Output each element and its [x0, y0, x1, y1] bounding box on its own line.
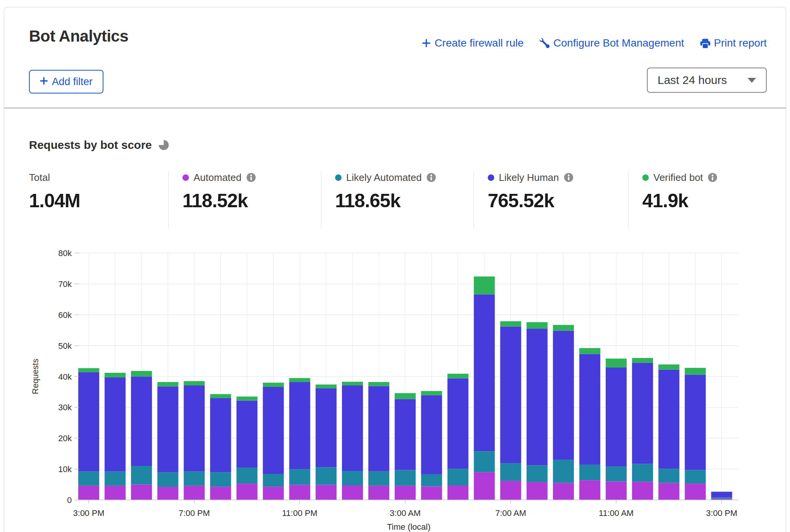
bar-segment-likely-human[interactable] — [395, 399, 416, 470]
bar-segment-likely-human[interactable] — [421, 395, 442, 474]
bar-segment-likely-automated[interactable] — [553, 460, 574, 483]
bar-segment-likely-human[interactable] — [289, 382, 310, 469]
bar-segment-likely-human[interactable] — [632, 363, 653, 464]
info-icon[interactable] — [426, 172, 436, 182]
bar-segment-verified-bot[interactable] — [579, 348, 600, 354]
bar-segment-likely-human[interactable] — [447, 378, 468, 469]
bar-segment-automated[interactable] — [210, 487, 231, 500]
bar-segment-likely-automated[interactable] — [447, 469, 468, 485]
bar-segment-verified-bot[interactable] — [237, 397, 258, 401]
bar-segment-verified-bot[interactable] — [157, 382, 178, 386]
bar-segment-likely-human[interactable] — [237, 401, 258, 468]
bar-segment-verified-bot[interactable] — [711, 492, 732, 492]
bar-segment-verified-bot[interactable] — [421, 391, 442, 395]
create-firewall-rule-link[interactable]: Create firewall rule — [422, 37, 524, 49]
bar-segment-automated[interactable] — [131, 485, 152, 500]
bar-segment-verified-bot[interactable] — [78, 368, 99, 372]
bar-segment-likely-human[interactable] — [316, 388, 337, 467]
bar-segment-automated[interactable] — [263, 487, 284, 500]
bar-segment-automated[interactable] — [527, 482, 548, 500]
bar-segment-likely-automated[interactable] — [579, 465, 600, 480]
bar-segment-automated[interactable] — [500, 481, 521, 500]
requests-by-bot-score-chart[interactable]: 010k20k30k40k50k60k70k80k3:00 PM7:00 PM1… — [0, 237, 790, 532]
bar-segment-likely-human[interactable] — [210, 398, 231, 472]
bar-segment-likely-automated[interactable] — [632, 464, 653, 482]
bar-segment-verified-bot[interactable] — [474, 276, 495, 294]
add-filter-button[interactable]: Add filter — [29, 70, 103, 94]
bar-segment-verified-bot[interactable] — [447, 374, 468, 378]
bar-segment-automated[interactable] — [157, 487, 178, 500]
bar-segment-likely-automated[interactable] — [685, 470, 706, 484]
bar-segment-likely-automated[interactable] — [474, 451, 495, 472]
bar-segment-likely-automated[interactable] — [606, 467, 627, 482]
bar-segment-automated[interactable] — [447, 485, 468, 500]
bar-segment-likely-human[interactable] — [131, 377, 152, 466]
bar-segment-automated[interactable] — [316, 485, 337, 500]
bar-segment-likely-automated[interactable] — [237, 468, 258, 484]
bar-segment-verified-bot[interactable] — [658, 364, 679, 370]
bar-segment-likely-human[interactable] — [579, 354, 600, 464]
bar-segment-likely-automated[interactable] — [78, 472, 99, 486]
bar-segment-automated[interactable] — [368, 486, 389, 500]
bar-segment-verified-bot[interactable] — [395, 393, 416, 399]
bar-segment-likely-automated[interactable] — [210, 472, 231, 487]
bar-segment-likely-human[interactable] — [184, 385, 205, 472]
bar-segment-likely-automated[interactable] — [342, 471, 363, 485]
bar-segment-likely-automated[interactable] — [395, 470, 416, 486]
bar-segment-automated[interactable] — [342, 485, 363, 500]
bar-segment-verified-bot[interactable] — [105, 373, 126, 377]
bar-segment-verified-bot[interactable] — [131, 371, 152, 377]
bar-segment-likely-human[interactable] — [685, 375, 706, 470]
bar-segment-likely-human[interactable] — [500, 326, 521, 463]
bar-segment-likely-automated[interactable] — [421, 474, 442, 487]
bar-segment-likely-human[interactable] — [474, 294, 495, 451]
bar-segment-automated[interactable] — [606, 481, 627, 500]
bar-segment-likely-automated[interactable] — [527, 465, 548, 482]
bar-segment-automated[interactable] — [78, 486, 99, 500]
bar-segment-likely-human[interactable] — [263, 387, 284, 474]
bar-segment-likely-human[interactable] — [157, 386, 178, 472]
bar-segment-likely-automated[interactable] — [316, 467, 337, 485]
bar-segment-likely-human[interactable] — [527, 329, 548, 465]
bar-segment-automated[interactable] — [421, 486, 442, 500]
bar-segment-verified-bot[interactable] — [368, 382, 389, 386]
bar-segment-likely-automated[interactable] — [289, 469, 310, 485]
bar-segment-likely-human[interactable] — [606, 368, 627, 467]
bar-segment-verified-bot[interactable] — [500, 321, 521, 327]
bar-segment-likely-human[interactable] — [658, 370, 679, 469]
bar-segment-verified-bot[interactable] — [316, 385, 337, 389]
bar-segment-likely-automated[interactable] — [711, 498, 732, 499]
bar-segment-verified-bot[interactable] — [289, 378, 310, 382]
bar-segment-likely-human[interactable] — [342, 385, 363, 471]
bar-segment-likely-automated[interactable] — [105, 472, 126, 486]
bar-segment-likely-automated[interactable] — [658, 469, 679, 483]
bar-segment-automated[interactable] — [237, 484, 258, 500]
bar-segment-likely-human[interactable] — [711, 492, 732, 498]
info-icon[interactable] — [246, 172, 256, 182]
bar-segment-verified-bot[interactable] — [632, 358, 653, 363]
bar-segment-likely-human[interactable] — [78, 372, 99, 471]
bar-segment-likely-automated[interactable] — [184, 472, 205, 486]
bar-segment-automated[interactable] — [579, 480, 600, 500]
bar-segment-verified-bot[interactable] — [685, 368, 706, 375]
bar-segment-likely-human[interactable] — [368, 386, 389, 471]
time-range-select[interactable]: Last 24 hours — [647, 68, 767, 93]
info-icon[interactable] — [708, 172, 717, 182]
bar-segment-likely-automated[interactable] — [157, 472, 178, 487]
bar-segment-automated[interactable] — [632, 482, 653, 500]
bar-segment-automated[interactable] — [105, 486, 126, 500]
bar-segment-verified-bot[interactable] — [606, 359, 627, 368]
bar-segment-automated[interactable] — [474, 472, 495, 500]
bar-segment-verified-bot[interactable] — [210, 394, 231, 398]
bar-segment-likely-human[interactable] — [105, 377, 126, 472]
bar-segment-automated[interactable] — [289, 485, 310, 500]
bar-segment-verified-bot[interactable] — [527, 322, 548, 329]
bar-segment-likely-automated[interactable] — [500, 463, 521, 481]
bar-segment-likely-automated[interactable] — [131, 466, 152, 485]
bar-segment-likely-human[interactable] — [553, 331, 574, 460]
bar-segment-likely-automated[interactable] — [263, 474, 284, 487]
print-report-link[interactable]: Print report — [700, 37, 767, 49]
bar-segment-automated[interactable] — [395, 486, 416, 500]
bar-segment-verified-bot[interactable] — [263, 383, 284, 387]
bar-segment-automated[interactable] — [685, 484, 706, 500]
